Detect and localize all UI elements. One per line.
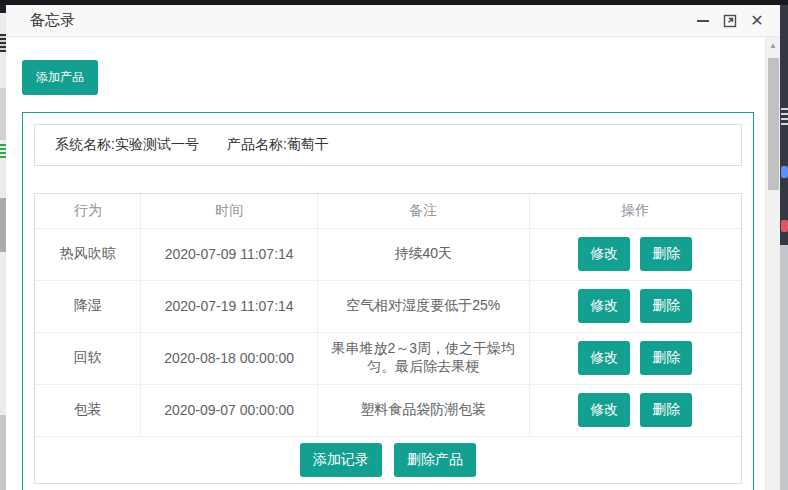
scrollbar-up-icon[interactable]: ▲ (766, 37, 780, 54)
screen: 备忘录 ✕ 添加产品 系统名称:实验测试一号 产品名称:葡萄干 (0, 0, 788, 490)
scrollbar[interactable]: ▲ (765, 37, 780, 490)
edit-button[interactable]: 修改 (578, 289, 630, 323)
cell-operations: 修改 删除 (529, 384, 741, 436)
close-icon[interactable]: ✕ (748, 12, 766, 30)
cell-operations: 修改 删除 (529, 332, 741, 384)
background-top-bar (0, 0, 788, 5)
cell-time: 2020-07-19 11:07:14 (141, 280, 318, 332)
window-controls: ✕ (694, 12, 766, 30)
cell-time: 2020-09-07 00:00:00 (141, 384, 318, 436)
table-row: 包装 2020-09-07 00:00:00 塑料食品袋防潮包装 修改 删除 (35, 384, 741, 436)
cell-operations: 修改 删除 (529, 228, 741, 280)
table-row: 降湿 2020-07-19 11:07:14 空气相对湿度要低于25% 修改 删… (35, 280, 741, 332)
header-action: 行为 (35, 194, 141, 228)
background-fragment (781, 108, 788, 128)
records-box: 行为 时间 备注 操作 热风吹晾 2020-07-09 11:07:14 持续4… (34, 193, 742, 484)
background-left-edge (0, 0, 6, 490)
dialog-titlebar: 备忘录 ✕ (6, 5, 780, 37)
cell-action: 回软 (35, 332, 141, 384)
delete-button[interactable]: 删除 (640, 341, 692, 375)
cell-note: 果串堆放2～3周，使之干燥均匀。最后除去果梗 (317, 332, 529, 384)
cell-operations: 修改 删除 (529, 280, 741, 332)
product-name-label: 产品名称:葡萄干 (227, 136, 329, 154)
minimize-icon[interactable] (694, 12, 712, 30)
background-fragment (0, 198, 6, 252)
records-footer: 添加记录 删除产品 (35, 437, 741, 483)
edit-button[interactable]: 修改 (578, 341, 630, 375)
dialog-body: 添加产品 系统名称:实验测试一号 产品名称:葡萄干 行为 (6, 37, 780, 490)
edit-button[interactable]: 修改 (578, 237, 630, 271)
table-row: 热风吹晾 2020-07-09 11:07:14 持续40天 修改 删除 (35, 228, 741, 280)
background-right-edge (780, 0, 788, 490)
delete-button[interactable]: 删除 (640, 289, 692, 323)
background-fragment (0, 415, 6, 490)
header-time: 时间 (141, 194, 318, 228)
header-note: 备注 (317, 194, 529, 228)
background-fragment (781, 166, 788, 178)
records-table: 行为 时间 备注 操作 热风吹晾 2020-07-09 11:07:14 持续4… (35, 194, 741, 437)
scrollbar-thumb[interactable] (768, 58, 779, 190)
cell-action: 热风吹晾 (35, 228, 141, 280)
background-fragment (781, 220, 788, 232)
delete-button[interactable]: 删除 (640, 393, 692, 427)
delete-product-button[interactable]: 删除产品 (394, 443, 476, 477)
background-fragment (0, 88, 6, 140)
add-record-button[interactable]: 添加记录 (300, 443, 382, 477)
memo-dialog: 备忘录 ✕ 添加产品 系统名称:实验测试一号 产品名称:葡萄干 (6, 5, 780, 490)
cell-action: 降湿 (35, 280, 141, 332)
cell-note: 塑料食品袋防潮包装 (317, 384, 529, 436)
table-row: 回软 2020-08-18 00:00:00 果串堆放2～3周，使之干燥均匀。最… (35, 332, 741, 384)
table-header-row: 行为 时间 备注 操作 (35, 194, 741, 228)
background-fragment (0, 144, 6, 158)
system-name-label: 系统名称:实验测试一号 (55, 136, 199, 154)
cell-time: 2020-08-18 00:00:00 (141, 332, 318, 384)
header-operation: 操作 (529, 194, 741, 228)
add-product-button[interactable]: 添加产品 (22, 60, 98, 95)
product-panel: 系统名称:实验测试一号 产品名称:葡萄干 行为 时间 备注 (22, 112, 754, 490)
delete-button[interactable]: 删除 (640, 237, 692, 271)
product-info-box: 系统名称:实验测试一号 产品名称:葡萄干 (34, 124, 742, 166)
cell-note: 空气相对湿度要低于25% (317, 280, 529, 332)
dialog-title: 备忘录 (30, 11, 75, 30)
cell-note: 持续40天 (317, 228, 529, 280)
edit-button[interactable]: 修改 (578, 393, 630, 427)
maximize-icon[interactable] (721, 12, 739, 30)
cell-time: 2020-07-09 11:07:14 (141, 228, 318, 280)
cell-action: 包装 (35, 384, 141, 436)
background-fragment (0, 34, 6, 52)
